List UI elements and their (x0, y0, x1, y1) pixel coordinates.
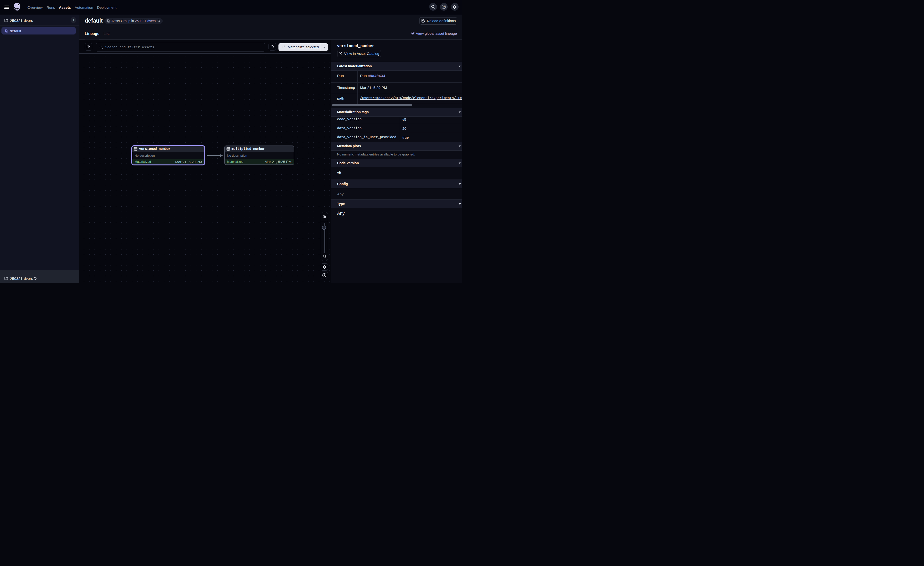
svg-text:?: ? (443, 5, 444, 8)
